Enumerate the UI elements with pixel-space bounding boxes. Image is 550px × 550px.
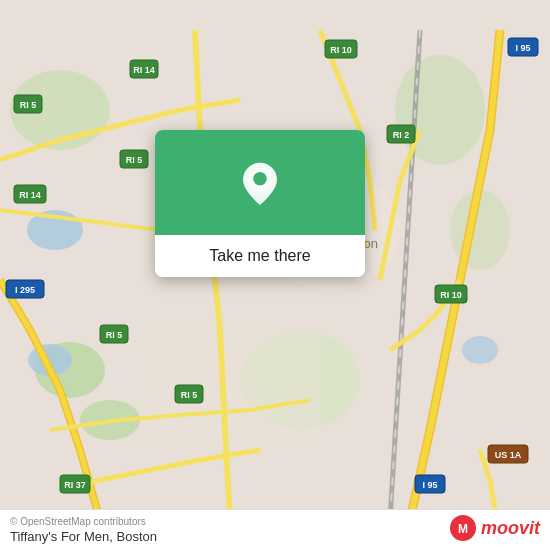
svg-text:I 95: I 95	[422, 480, 437, 490]
svg-text:RI 5: RI 5	[106, 330, 123, 340]
moovit-brand-icon: M	[449, 514, 477, 542]
svg-point-9	[462, 336, 498, 364]
svg-text:US 1A: US 1A	[495, 450, 522, 460]
svg-text:RI 5: RI 5	[181, 390, 198, 400]
moovit-text: moovit	[481, 518, 540, 539]
svg-text:RI 10: RI 10	[440, 290, 462, 300]
svg-text:RI 10: RI 10	[330, 45, 352, 55]
svg-text:I 95: I 95	[515, 43, 530, 53]
svg-text:RI 37: RI 37	[64, 480, 86, 490]
moovit-logo: M moovit	[449, 514, 540, 542]
svg-text:RI 5: RI 5	[126, 155, 143, 165]
svg-rect-11	[140, 330, 320, 450]
svg-point-46	[253, 172, 267, 186]
location-pin-icon	[238, 161, 282, 205]
popup-card: Take me there	[155, 130, 365, 277]
svg-point-5	[395, 55, 485, 165]
take-me-there-button[interactable]: Take me there	[155, 235, 365, 277]
svg-text:I 295: I 295	[15, 285, 35, 295]
svg-text:RI 14: RI 14	[19, 190, 41, 200]
svg-text:RI 5: RI 5	[20, 100, 37, 110]
svg-text:RI 2: RI 2	[393, 130, 410, 140]
map-container: RI 5 RI 5 RI 5 RI 5 RI 14 RI 14 RI 10 RI…	[0, 0, 550, 550]
svg-text:RI 14: RI 14	[133, 65, 155, 75]
svg-text:M: M	[458, 522, 468, 536]
popup-map-section	[155, 130, 365, 235]
